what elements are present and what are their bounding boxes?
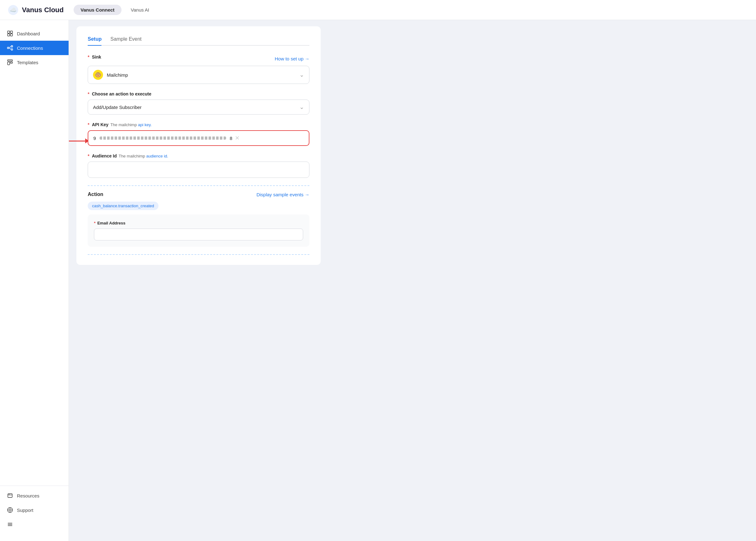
api-key-section: * API Key The mailchimp api key. 9 9 (88, 122, 310, 146)
top-nav: ☁️ Vanus Cloud Vanus Connect Vanus AI (0, 0, 756, 20)
menu-icon (7, 521, 13, 528)
annotation-group: 9 (69, 135, 89, 147)
api-key-masked (100, 137, 226, 140)
logo-area: ☁️ Vanus Cloud (8, 4, 64, 16)
api-key-hint: The mailchimp api key. (110, 122, 152, 127)
nav-tab-vanus-connect[interactable]: Vanus Connect (74, 5, 121, 15)
tab-row: Setup Sample Event (88, 36, 310, 46)
svg-point-18 (9, 509, 11, 511)
sidebar-divider (0, 486, 69, 486)
action-chevron-down-icon: ⌄ (300, 104, 304, 111)
connection-icon (7, 45, 13, 51)
arrow-right-icon: → (305, 56, 310, 61)
svg-point-6 (8, 47, 9, 49)
bottom-dashed-hint (88, 254, 310, 255)
svg-rect-3 (10, 31, 13, 33)
sink-section: * Sink How to set up → 🐵 Mailchimp ⌄ (88, 55, 310, 84)
email-label: * Email Address (94, 221, 303, 226)
tab-sample-event[interactable]: Sample Event (110, 36, 142, 46)
sidebar-item-templates[interactable]: Templates (0, 55, 69, 70)
svg-rect-2 (8, 31, 10, 33)
sink-header: * Sink How to set up → (88, 55, 310, 63)
logo-text: Vanus Cloud (22, 6, 64, 14)
audience-id-label: * Audience Id The mailchimp audience id. (88, 154, 310, 159)
annotation-arrow-line (69, 141, 86, 142)
api-key-field[interactable]: 9 8 ✕ (88, 130, 310, 146)
audience-id-hint-link[interactable]: audience id. (146, 154, 168, 159)
action-required-star: * (88, 91, 89, 96)
action-section: Action Display sample events → cash_bala… (88, 192, 310, 247)
svg-line-9 (9, 47, 11, 48)
audience-required-star: * (88, 154, 89, 159)
main-content: Setup Sample Event * Sink How to set up … (69, 20, 756, 541)
sink-selected-value: Mailchimp (107, 72, 128, 78)
action-header: Action Display sample events → (88, 192, 310, 197)
sink-select-left: 🐵 Mailchimp (93, 70, 128, 80)
audience-id-hint: The mailchimp audience id. (119, 154, 168, 159)
mailchimp-avatar: 🐵 (93, 70, 103, 80)
how-to-set-up-link[interactable]: How to set up → (275, 56, 310, 61)
sidebar-item-connections-label: Connections (17, 45, 43, 51)
template-icon (7, 59, 13, 65)
sidebar: Dashboard Connections (0, 20, 69, 541)
sink-required-star: * (88, 55, 89, 60)
event-tag[interactable]: cash_balance.transaction_created (88, 202, 159, 210)
svg-rect-4 (8, 34, 10, 36)
sink-label: * Sink (88, 55, 101, 60)
api-required-star: * (88, 122, 89, 127)
annotation-arrow (69, 138, 89, 144)
clear-api-key-icon[interactable]: ✕ (235, 135, 240, 142)
tab-setup[interactable]: Setup (88, 36, 102, 46)
email-section: * Email Address (88, 215, 310, 247)
nav-tab-vanus-ai[interactable]: Vanus AI (124, 5, 156, 15)
chevron-down-icon: ⌄ (300, 71, 304, 78)
svg-rect-13 (10, 62, 13, 63)
audience-id-input[interactable] (88, 162, 310, 178)
action-select-label: * Choose an action to execute (88, 91, 310, 96)
svg-point-8 (11, 49, 13, 50)
arrow-right-sample-icon: → (305, 192, 310, 197)
sink-select[interactable]: 🐵 Mailchimp ⌄ (88, 66, 310, 84)
action-select-section: * Choose an action to execute Add/Update… (88, 91, 310, 115)
sidebar-item-templates-label: Templates (17, 60, 38, 65)
resources-icon (7, 492, 13, 499)
audience-id-section: * Audience Id The mailchimp audience id. (88, 154, 310, 178)
api-key-end: 8 (230, 136, 232, 141)
sidebar-bottom: Resources Support (0, 483, 69, 535)
svg-line-10 (9, 48, 11, 49)
grid-icon (7, 30, 13, 37)
api-key-start: 9 (93, 136, 96, 141)
svg-rect-14 (8, 494, 12, 497)
logo-icon: ☁️ (8, 4, 19, 16)
sidebar-item-resources-label: Resources (17, 493, 39, 498)
api-key-hint-link[interactable]: api key. (138, 122, 152, 127)
sidebar-item-support[interactable]: Support (0, 503, 69, 517)
dashed-hint-line (88, 185, 310, 186)
email-address-input[interactable] (94, 229, 303, 241)
svg-rect-5 (10, 34, 13, 36)
svg-point-7 (11, 46, 13, 47)
svg-text:☁️: ☁️ (10, 7, 17, 13)
sidebar-item-connections[interactable]: Connections (0, 41, 69, 55)
sidebar-item-dashboard[interactable]: Dashboard (0, 26, 69, 41)
sidebar-item-dashboard-label: Dashboard (17, 31, 40, 36)
content-card: Setup Sample Event * Sink How to set up … (76, 26, 321, 265)
action-selected-value: Add/Update Subscriber (93, 105, 142, 110)
nav-tabs: Vanus Connect Vanus AI (74, 5, 156, 15)
email-required-star: * (94, 221, 96, 226)
svg-rect-12 (8, 62, 10, 65)
action-section-label: Action (88, 192, 103, 197)
app-layout: Dashboard Connections (0, 0, 756, 541)
display-sample-events-link[interactable]: Display sample events → (257, 192, 310, 197)
action-dropdown[interactable]: Add/Update Subscriber ⌄ (88, 100, 310, 115)
svg-rect-11 (8, 60, 13, 61)
sidebar-item-menu[interactable] (0, 517, 69, 532)
sidebar-top: Dashboard Connections (0, 26, 69, 70)
api-key-label: * API Key The mailchimp api key. (88, 122, 310, 127)
sidebar-item-support-label: Support (17, 507, 34, 513)
support-icon (7, 507, 13, 513)
sidebar-item-resources[interactable]: Resources (0, 488, 69, 503)
